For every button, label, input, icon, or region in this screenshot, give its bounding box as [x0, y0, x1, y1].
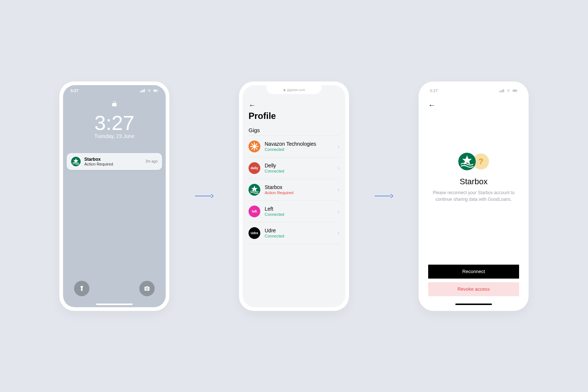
gig-item[interactable]: UdreUdreConnected› — [249, 222, 339, 244]
status-time: 3:27 — [430, 88, 438, 93]
reconnect-screen: 3:27 ← ? St — [422, 85, 525, 307]
gig-name: Udre — [265, 228, 338, 233]
page-title: Profile — [249, 111, 339, 121]
lock-screen: 3:27 3:27 Tuesday, 23 June — [63, 85, 166, 307]
notification-subtitle: Action Required — [84, 162, 146, 166]
gig-logo — [249, 184, 260, 196]
profile-screen: gigwise.com ← Profile Gigs Navazon Techn… — [243, 85, 345, 307]
starbox-logo-icon — [458, 153, 476, 170]
flashlight-icon — [79, 286, 85, 291]
gig-name: Starbox — [265, 184, 338, 190]
gig-logo: left — [249, 206, 260, 217]
browser-notch: gigwise.com — [267, 85, 321, 94]
notification-time: 3m ago — [146, 159, 158, 163]
svg-rect-2 — [143, 90, 144, 92]
chevron-right-icon: › — [338, 143, 339, 150]
gig-text: DellyConnected — [265, 163, 338, 173]
reconnect-center: ? Starbox Please reconnect your Starbox … — [422, 109, 525, 265]
gig-name: Navazon Technologies — [265, 141, 338, 147]
reconnect-description: Please reconnect your Starbox account to… — [430, 189, 518, 203]
status-bar: 3:27 — [422, 85, 525, 96]
battery-icon — [512, 89, 518, 92]
gig-name: Delly — [265, 163, 338, 168]
status-time: 3:27 — [70, 88, 78, 93]
back-button[interactable]: ← — [249, 101, 339, 109]
camera-icon — [144, 286, 150, 291]
notification-app-icon — [71, 157, 81, 166]
cellular-icon — [140, 89, 145, 92]
gig-text: StarboxAction Required — [265, 184, 338, 195]
home-indicator[interactable] — [455, 304, 492, 305]
notification-title: Starbox — [84, 157, 146, 162]
reconnect-button[interactable]: Reconnect — [428, 265, 519, 279]
lock-bottom-controls — [63, 281, 166, 296]
section-label: Gigs — [249, 127, 339, 133]
home-indicator[interactable] — [96, 304, 133, 305]
wifi-icon — [506, 89, 511, 92]
battery-icon — [153, 89, 158, 92]
gig-item[interactable]: StarboxAction Required› — [249, 179, 339, 201]
flow-arrow — [195, 192, 213, 200]
svg-rect-1 — [142, 90, 143, 92]
lock-date: Tuesday, 23 June — [94, 133, 135, 139]
gig-status: Connected — [265, 234, 338, 238]
gig-logo: delly — [249, 162, 260, 174]
lock-center: 3:27 Tuesday, 23 June — [63, 100, 166, 139]
revoke-access-button[interactable]: Revoke access — [428, 282, 519, 296]
chevron-right-icon: › — [338, 165, 339, 171]
gig-status: Connected — [265, 147, 338, 152]
svg-rect-14 — [499, 91, 500, 92]
svg-rect-19 — [513, 90, 517, 91]
lock-icon — [283, 88, 286, 91]
svg-rect-6 — [158, 90, 158, 91]
status-icons — [499, 89, 518, 92]
gig-item[interactable]: dellyDellyConnected› — [249, 157, 339, 179]
chevron-right-icon: › — [338, 186, 339, 193]
logo-pair: ? — [458, 153, 489, 170]
gig-logo: Udre — [249, 227, 260, 239]
svg-rect-3 — [144, 89, 145, 92]
notification-card[interactable]: Starbox Action Required 3m ago — [67, 153, 162, 170]
phone-lockscreen: 3:27 3:27 Tuesday, 23 June — [59, 81, 169, 311]
svg-rect-16 — [502, 90, 503, 92]
gig-text: LeftConnected — [265, 206, 338, 217]
phone-reconnect: 3:27 ← ? St — [419, 81, 529, 311]
gig-text: Navazon TechnologiesConnected — [265, 141, 338, 152]
svg-rect-15 — [501, 90, 502, 92]
gig-status: Action Required — [265, 190, 338, 195]
status-icons — [140, 89, 158, 92]
flow-arrow — [375, 192, 393, 200]
gig-item[interactable]: Navazon TechnologiesConnected› — [249, 136, 339, 157]
reconnect-buttons: Reconnect Revoke access — [422, 265, 525, 307]
svg-rect-17 — [503, 89, 504, 92]
reconnect-title: Starbox — [460, 177, 488, 186]
starbox-logo — [458, 153, 476, 170]
camera-button[interactable] — [139, 281, 155, 296]
gig-text: UdreConnected — [265, 228, 338, 238]
phone-profile: gigwise.com ← Profile Gigs Navazon Techn… — [239, 81, 349, 311]
cellular-icon — [499, 89, 504, 92]
chevron-right-icon: › — [338, 208, 339, 215]
gig-list: Navazon TechnologiesConnected›dellyDelly… — [249, 135, 339, 244]
wifi-icon — [147, 89, 152, 92]
profile-content: ← Profile Gigs Navazon TechnologiesConne… — [243, 85, 345, 244]
flashlight-button[interactable] — [74, 281, 89, 296]
lock-time: 3:27 — [95, 111, 135, 135]
status-bar: 3:27 — [63, 85, 166, 96]
gig-logo — [249, 141, 260, 152]
starbox-logo-icon — [71, 157, 81, 166]
gig-status: Connected — [265, 212, 338, 217]
svg-rect-5 — [154, 90, 157, 91]
gig-name: Left — [265, 206, 338, 212]
svg-rect-20 — [517, 90, 518, 91]
svg-rect-0 — [140, 91, 141, 92]
gig-status: Connected — [265, 169, 338, 173]
gig-item[interactable]: leftLeftConnected› — [249, 201, 339, 222]
back-button[interactable]: ← — [428, 101, 519, 109]
notification-body: Starbox Action Required — [84, 157, 146, 166]
browser-url: gigwise.com — [287, 88, 305, 92]
unlock-icon — [111, 100, 118, 109]
chevron-right-icon: › — [338, 230, 339, 236]
